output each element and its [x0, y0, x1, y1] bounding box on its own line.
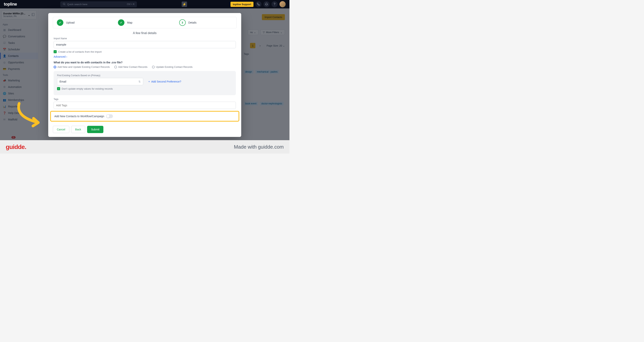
radio-icon	[54, 66, 56, 68]
find-existing-panel: Find Existing Contacts Based on (Primary…	[54, 71, 236, 95]
cancel-button[interactable]: Cancel	[53, 126, 69, 133]
svg-line-1	[65, 4, 65, 5]
chevron-right-icon: ›	[66, 55, 67, 58]
guidde-footer: guidde. Made with guidde.com	[0, 140, 290, 154]
check-icon: ✓	[57, 19, 63, 26]
import-modal: ✓ Upload ✓ Map 3 Details A few final det…	[48, 13, 241, 137]
find-existing-label: Find Existing Contacts Based on (Primary…	[57, 74, 232, 77]
step-details: 3 Details	[175, 17, 236, 28]
bell-icon[interactable]	[264, 1, 270, 7]
workflow-toggle[interactable]	[106, 114, 113, 118]
csv-question: What do you want to do with contact/s in…	[54, 61, 236, 64]
highlight-annotation: Add New Contacts to Workflow/Campaign	[50, 111, 239, 122]
svg-point-0	[63, 3, 65, 4]
search-placeholder: Quick search here	[67, 3, 88, 6]
search-input[interactable]: Quick search here Ctrl + K	[60, 1, 137, 7]
radio-add-update[interactable]: Add New and Update Existing Contact Reco…	[54, 66, 110, 68]
guidde-logo: guidde.	[6, 144, 26, 150]
dont-update-label: Don't update empty values for existing r…	[62, 87, 113, 90]
support-button[interactable]: topline Support	[230, 2, 254, 7]
modal-title: A few final details	[48, 32, 241, 35]
step-number: 3	[179, 19, 186, 26]
tags-label: Tags	[54, 98, 236, 100]
step-map: ✓ Map	[114, 17, 175, 28]
search-icon	[62, 2, 66, 6]
dont-update-checkbox[interactable]: ✓	[57, 87, 60, 90]
app-header: topline Quick search here Ctrl + K ⚡ top…	[0, 0, 290, 8]
radio-update[interactable]: Update Existing Contact Records	[152, 66, 192, 68]
search-shortcut: Ctrl + K	[127, 3, 134, 6]
phone-icon[interactable]	[256, 1, 262, 7]
add-second-preference[interactable]: ＋ Add Second Preference?	[148, 80, 181, 83]
help-icon[interactable]: ?	[272, 1, 278, 7]
create-list-label: Create a list of contacts from the impor…	[58, 50, 102, 53]
back-button[interactable]: Back	[71, 126, 85, 133]
check-icon: ✓	[118, 19, 124, 26]
create-list-checkbox[interactable]: ✓	[54, 50, 57, 53]
step-upload: ✓ Upload	[53, 17, 114, 28]
advanced-toggle[interactable]: Advanced ›	[54, 55, 236, 58]
select-value: Email	[60, 80, 66, 83]
logo: topline	[4, 2, 17, 7]
tags-input[interactable]	[54, 102, 236, 109]
updown-icon: ⇅	[138, 80, 141, 83]
import-name-input[interactable]	[54, 41, 236, 48]
plus-icon: ＋	[148, 80, 150, 83]
avatar[interactable]	[280, 1, 286, 7]
stepper: ✓ Upload ✓ Map 3 Details	[53, 17, 236, 28]
bolt-button[interactable]: ⚡	[182, 2, 187, 7]
made-with-text: Made with guidde.com	[234, 144, 284, 150]
radio-icon	[152, 66, 155, 68]
primary-match-select[interactable]: Email ⇅	[57, 78, 143, 85]
submit-button[interactable]: Submit	[87, 126, 104, 133]
import-name-label: Import Name	[54, 37, 236, 40]
radio-icon	[114, 66, 117, 68]
radio-add-new[interactable]: Add New Contact Records	[114, 66, 148, 68]
annotation-arrow-icon	[14, 102, 48, 128]
workflow-label: Add New Contacts to Workflow/Campaign	[54, 115, 104, 118]
